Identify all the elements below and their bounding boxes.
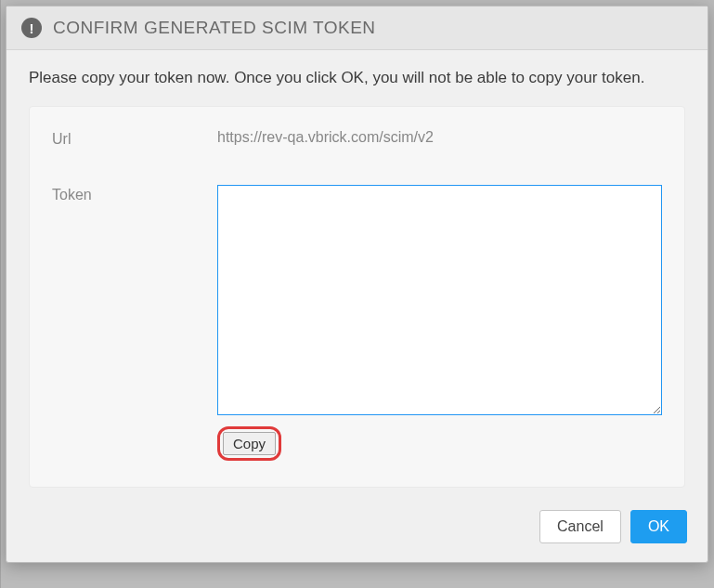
modal-overlay: ! CONFIRM GENERATED SCIM TOKEN Please co… [0,0,714,588]
copy-highlight: Copy [217,426,281,461]
dialog-title: CONFIRM GENERATED SCIM TOKEN [53,18,376,38]
dialog-header: ! CONFIRM GENERATED SCIM TOKEN [6,7,708,50]
token-row: Token Copy [52,185,662,461]
url-row: Url https://rev-qa.vbrick.com/scim/v2 [52,129,662,148]
token-label: Token [52,185,217,461]
token-textarea[interactable] [217,185,662,415]
token-panel: Url https://rev-qa.vbrick.com/scim/v2 To… [29,106,685,488]
copy-button[interactable]: Copy [223,432,276,455]
ok-button[interactable]: OK [630,510,687,543]
dialog-body: Please copy your token now. Once you cli… [6,50,708,495]
instruction-text: Please copy your token now. Once you cli… [29,69,685,87]
url-label: Url [52,129,217,148]
url-value: https://rev-qa.vbrick.com/scim/v2 [217,129,662,148]
exclamation-icon: ! [21,18,42,38]
dialog-footer: Cancel OK [6,495,708,562]
cancel-button[interactable]: Cancel [539,510,621,543]
confirm-token-dialog: ! CONFIRM GENERATED SCIM TOKEN Please co… [6,6,708,563]
